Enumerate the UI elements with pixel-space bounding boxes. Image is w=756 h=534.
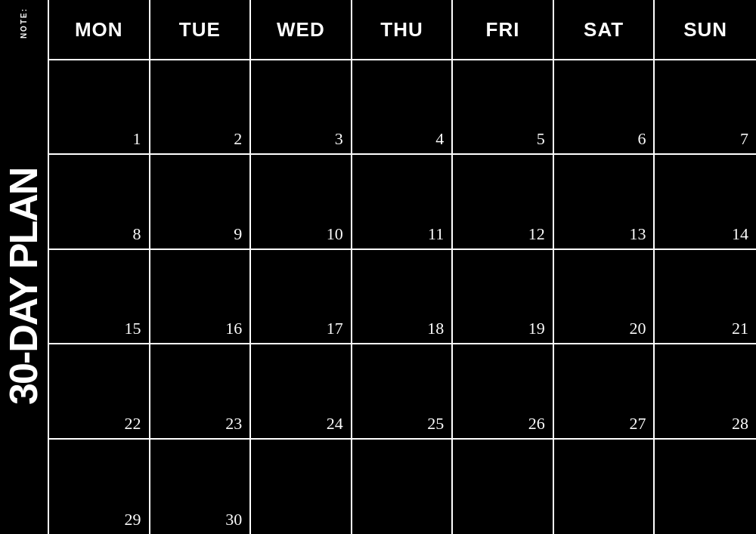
day-number: 24 bbox=[327, 414, 343, 434]
sidebar-title: 30-DAY PLAN bbox=[7, 46, 40, 526]
calendar-cell: 8 bbox=[49, 155, 150, 248]
day-number: 14 bbox=[732, 224, 748, 244]
day-number: 18 bbox=[427, 319, 444, 338]
calendar-row: 22232425262728 bbox=[49, 344, 756, 439]
calendar-cell: 22 bbox=[49, 344, 150, 437]
day-number: 29 bbox=[125, 510, 141, 529]
calendar-cell: 27 bbox=[554, 344, 655, 437]
sidebar-title-text: 30-DAY PLAN bbox=[7, 168, 40, 404]
day-number: 17 bbox=[327, 319, 343, 338]
calendar-cell: 26 bbox=[453, 344, 554, 437]
calendar-cell: 10 bbox=[251, 155, 352, 248]
day-number: 3 bbox=[335, 129, 343, 149]
calendar-cell: 7 bbox=[655, 60, 756, 153]
calendar-cell: 1 bbox=[49, 60, 150, 153]
calendar-cell: 25 bbox=[352, 344, 454, 437]
day-header-fri: FRI bbox=[453, 0, 554, 59]
calendar-cell: 30 bbox=[150, 440, 252, 534]
calendar-cell: 11 bbox=[352, 155, 454, 248]
day-number: 19 bbox=[528, 319, 545, 338]
calendar-cell: 12 bbox=[453, 155, 554, 248]
day-number: 1 bbox=[133, 129, 141, 149]
calendar-row: 891011121314 bbox=[49, 155, 756, 249]
calendar-cell: 2 bbox=[150, 60, 252, 153]
day-number: 22 bbox=[125, 414, 141, 434]
calendar-cell bbox=[453, 440, 554, 534]
day-number: 9 bbox=[234, 224, 242, 244]
calendar-cell bbox=[352, 440, 454, 534]
day-number: 30 bbox=[225, 510, 242, 529]
sidebar: NOTE: 30-DAY PLAN bbox=[0, 0, 49, 534]
calendar-cell: 3 bbox=[251, 60, 352, 153]
calendar-cell: 13 bbox=[554, 155, 655, 248]
day-number: 21 bbox=[732, 319, 748, 338]
calendar-main: MONTUEWEDTHUFRISATSUN 123456789101112131… bbox=[49, 0, 756, 534]
calendar-cell: 24 bbox=[251, 344, 352, 437]
calendar-cell bbox=[251, 440, 352, 534]
calendar-cell: 6 bbox=[554, 60, 655, 153]
calendar-cell bbox=[655, 440, 756, 534]
day-number: 23 bbox=[225, 414, 242, 434]
calendar-cell: 4 bbox=[352, 60, 454, 153]
day-header-thu: THU bbox=[352, 0, 454, 59]
calendar-body: 1234567891011121314151617181920212223242… bbox=[49, 60, 756, 534]
day-number: 5 bbox=[537, 129, 545, 149]
day-number: 11 bbox=[428, 224, 444, 244]
calendar-cell: 16 bbox=[150, 250, 252, 343]
day-number: 20 bbox=[629, 319, 646, 338]
calendar-cell: 23 bbox=[150, 344, 252, 437]
calendar-row: 15161718192021 bbox=[49, 250, 756, 344]
day-number: 4 bbox=[435, 129, 444, 149]
calendar-cell: 29 bbox=[49, 440, 150, 534]
calendar-cell: 19 bbox=[453, 250, 554, 343]
calendar-cell: 20 bbox=[554, 250, 655, 343]
day-number: 16 bbox=[225, 319, 242, 338]
calendar-cell: 21 bbox=[655, 250, 756, 343]
calendar-cell: 14 bbox=[655, 155, 756, 248]
calendar-header: MONTUEWEDTHUFRISATSUN bbox=[49, 0, 756, 60]
day-number: 28 bbox=[732, 414, 748, 434]
calendar-cell: 17 bbox=[251, 250, 352, 343]
sidebar-note: NOTE: bbox=[20, 8, 28, 46]
calendar-row: 1234567 bbox=[49, 60, 756, 155]
day-number: 7 bbox=[740, 129, 748, 149]
day-number: 26 bbox=[528, 414, 545, 434]
day-number: 8 bbox=[133, 224, 141, 244]
day-header-mon: MON bbox=[49, 0, 150, 59]
calendar-cell: 9 bbox=[150, 155, 252, 248]
day-header-tue: TUE bbox=[150, 0, 252, 59]
day-number: 13 bbox=[629, 224, 646, 244]
day-number: 6 bbox=[637, 129, 646, 149]
day-number: 12 bbox=[528, 224, 545, 244]
calendar-cell: 5 bbox=[453, 60, 554, 153]
day-header-sun: SUN bbox=[655, 0, 756, 59]
calendar-wrapper: NOTE: 30-DAY PLAN MONTUEWEDTHUFRISATSUN … bbox=[0, 0, 756, 534]
calendar-row: 2930 bbox=[49, 440, 756, 534]
day-number: 15 bbox=[125, 319, 141, 338]
day-number: 10 bbox=[327, 224, 343, 244]
calendar-cell: 15 bbox=[49, 250, 150, 343]
day-header-wed: WED bbox=[251, 0, 352, 59]
day-header-sat: SAT bbox=[554, 0, 655, 59]
day-number: 27 bbox=[629, 414, 646, 434]
day-number: 2 bbox=[234, 129, 242, 149]
day-number: 25 bbox=[427, 414, 444, 434]
calendar-cell: 28 bbox=[655, 344, 756, 437]
calendar-cell bbox=[554, 440, 655, 534]
calendar-cell: 18 bbox=[352, 250, 454, 343]
